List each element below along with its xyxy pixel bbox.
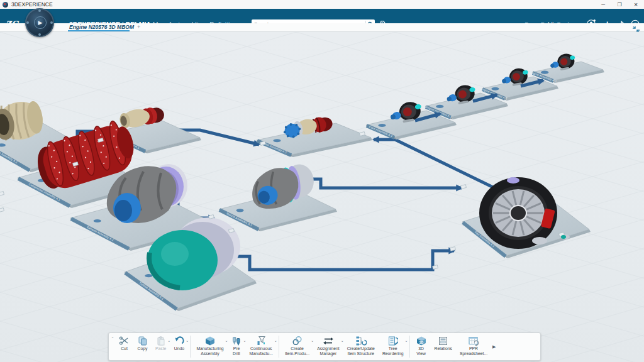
relations-icon: [438, 335, 448, 346]
create-update-item-structure-label: Item Structure: [347, 351, 374, 356]
platform-roundel-icon: [273, 139, 280, 142]
tree-reordering-dropdown-caret[interactable]: ⌄: [405, 338, 408, 343]
tree-reordering-icon: [387, 335, 398, 346]
more-commands-button[interactable]: ▶: [491, 344, 497, 349]
mbom-node-n11[interactable]: Engine Assembly A.1: [530, 52, 604, 83]
window-titlebar: 3DEXPERIENCE ─ ❐ ✕: [0, 0, 644, 9]
3d-view-label: View: [416, 351, 426, 356]
app-icon: [3, 2, 8, 8]
toolbar-separator: [409, 336, 410, 358]
toolbar-continuous-manufacturing-button[interactable]: ContinuousManufactu...⌄: [245, 333, 276, 360]
new-tab-button[interactable]: +: [137, 24, 140, 30]
platform-roundel-icon: [541, 71, 548, 74]
create-update-item-structure-label: Create/Update: [347, 346, 375, 351]
toolbar-assignment-manager-button[interactable]: AssignmentManager⌄: [313, 333, 343, 360]
ppr-spreadsheet-label: Spreadsheet...: [460, 351, 487, 356]
tab-engine-mbom[interactable]: Engine N20576 3D MBOM: [69, 24, 134, 30]
toolbar-relations-button[interactable]: Relations: [431, 333, 456, 360]
mbom-3d-viewport[interactable]: Case Assembly A.1Shaft Assembly A.1Compr…: [0, 32, 644, 362]
minimize-button[interactable]: ─: [595, 2, 611, 8]
toolbar-copy-button[interactable]: Copy: [133, 333, 152, 360]
fit-view-icon[interactable]: [632, 24, 640, 31]
create-update-item-structure-icon: [355, 335, 367, 346]
toolbar-paste-button[interactable]: Paste⌄: [152, 333, 170, 360]
platform-roundel-icon: [236, 209, 244, 212]
cut-icon: [119, 335, 130, 346]
toolbar-3d-view-button[interactable]: 3D3DView: [412, 333, 431, 360]
continuous-manufacturing-label: Continuous: [250, 346, 272, 351]
undo-icon: [174, 335, 184, 346]
action-bar-collapse[interactable]: ⌄: [110, 333, 115, 360]
3d-view-label: 3D: [418, 346, 424, 351]
copy-icon: [137, 335, 148, 346]
ppr-spreadsheet-label: PPR: [469, 346, 478, 351]
pre-drill-label: Drill: [233, 351, 240, 356]
manufacturing-assembly-label: Manufacturing: [196, 346, 223, 351]
manufacturing-assembly-icon: [204, 335, 216, 346]
mbom-nodes: Case Assembly A.1Shaft Assembly A.1Compr…: [0, 52, 604, 311]
pre-drill-label: Pre: [233, 346, 240, 351]
platform-roundel-icon: [491, 87, 499, 90]
paste-label: Paste: [155, 346, 166, 351]
assignment-manager-label: Assignment: [317, 346, 340, 351]
active-tab-indicator: [68, 30, 130, 31]
paste-icon: [155, 335, 166, 346]
3d-view-icon: 3D: [416, 335, 427, 346]
assignment-manager-label: Manager: [320, 351, 337, 356]
toolbar-cut-button[interactable]: Cut: [115, 333, 133, 360]
part-fan[interactable]: [479, 177, 557, 249]
toolbar-create-item-product-button[interactable]: CreateItem-Produ...⌄: [281, 333, 313, 360]
app-bar: ӠS DemoPublicDesign ⌄ + ? 3DEXPERIENCE |…: [0, 9, 644, 23]
platform-roundel-icon: [436, 105, 443, 108]
continuous-manufacturing-label: Manufactu...: [249, 351, 272, 356]
action-bar: ⌄ CutCopyPaste⌄Undo⌄ManufacturingAssembl…: [108, 332, 541, 361]
ppr-spreadsheet-icon: [468, 335, 479, 346]
undo-dropdown-caret[interactable]: ⌄: [186, 338, 189, 343]
copy-label: Copy: [138, 346, 148, 351]
platform-roundel-icon: [145, 274, 152, 277]
mbom-canvas[interactable]: Case Assembly A.1Shaft Assembly A.1Compr…: [0, 32, 644, 362]
pre-drill-icon: [231, 335, 242, 346]
platform-roundel-icon: [378, 124, 386, 127]
relations-label: Relations: [435, 346, 452, 351]
cut-label: Cut: [121, 346, 128, 351]
tab-bar: Engine N20576 3D MBOM +: [0, 23, 644, 32]
create-item-product-icon: [292, 335, 303, 346]
svg-text:3D: 3D: [419, 341, 423, 344]
tree-reordering-label: Reordering: [382, 351, 404, 356]
continuous-manufacturing-dropdown-caret[interactable]: ⌄: [274, 338, 277, 343]
create-item-product-label: Item-Produ...: [285, 351, 309, 356]
tree-reordering-label: Tree: [389, 346, 397, 351]
close-button[interactable]: ✕: [628, 2, 644, 8]
application-window: 3DEXPERIENCE ─ ❐ ✕ ӠS DemoPublicDesign ⌄…: [0, 0, 644, 362]
undo-label: Undo: [174, 346, 184, 351]
manufacturing-assembly-label: Assembly: [201, 351, 219, 356]
toolbar-tree-reordering-button[interactable]: TreeReordering⌄: [379, 333, 408, 360]
assignment-manager-icon: [323, 335, 334, 346]
3dexperience-compass[interactable]: ▶: [25, 8, 54, 37]
toolbar-pre-drill-button[interactable]: PreDrill⌄: [227, 333, 245, 360]
platform-roundel-icon: [94, 219, 101, 222]
mbom-node-n7[interactable]: Nozzle Assembly A.1: [219, 163, 337, 231]
maximize-button[interactable]: ❐: [611, 2, 628, 8]
mbom-node-n6[interactable]: Rotor Assembly A.1: [257, 114, 372, 157]
toolbar-manufacturing-assembly-button[interactable]: ManufacturingAssembly⌄: [192, 333, 227, 360]
compass-play-icon[interactable]: ▶: [34, 16, 47, 29]
toolbar-ppr-spreadsheet-button[interactable]: PPRSpreadsheet...: [456, 333, 491, 360]
mbom-node-n12[interactable]: Fan Assembly A.1: [462, 177, 591, 258]
toolbar-separator: [279, 336, 279, 358]
create-item-product-label: Create: [291, 346, 303, 351]
connector-part[interactable]: [561, 234, 570, 239]
toolbar-separator: [190, 336, 191, 358]
toolbar-create-update-item-structure-button[interactable]: Create/UpdateItem Structure: [343, 333, 379, 360]
toolbar-undo-button[interactable]: Undo⌄: [170, 333, 188, 360]
window-title: 3DEXPERIENCE: [11, 1, 53, 8]
continuous-manufacturing-icon: [256, 335, 267, 346]
